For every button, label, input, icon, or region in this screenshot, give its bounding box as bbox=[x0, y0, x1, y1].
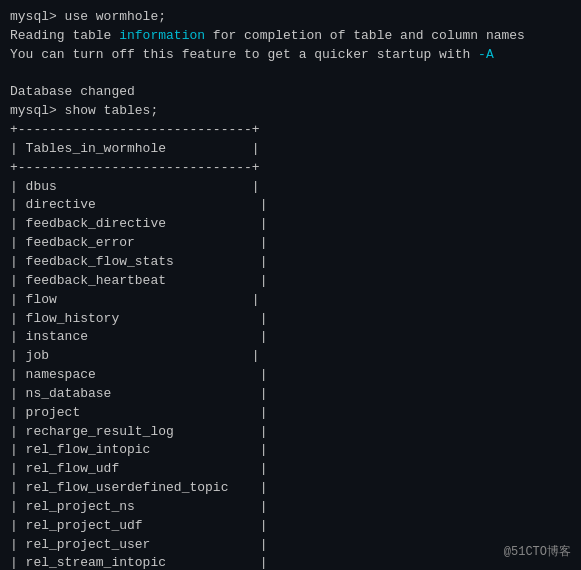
terminal-window: mysql> use wormhole;Reading table inform… bbox=[10, 8, 571, 570]
terminal-line: | feedback_heartbeat | bbox=[10, 272, 571, 291]
terminal-line: | feedback_flow_stats | bbox=[10, 253, 571, 272]
terminal-line: Database changed bbox=[10, 83, 571, 102]
terminal-line: | instance | bbox=[10, 328, 571, 347]
terminal-line: | rel_stream_intopic | bbox=[10, 554, 571, 570]
terminal-line: | project | bbox=[10, 404, 571, 423]
terminal-line: mysql> show tables; bbox=[10, 102, 571, 121]
terminal-line: | rel_flow_udf | bbox=[10, 460, 571, 479]
terminal-line: | flow | bbox=[10, 291, 571, 310]
terminal-line: | rel_project_user | bbox=[10, 536, 571, 555]
terminal-line: | Tables_in_wormhole | bbox=[10, 140, 571, 159]
terminal-line: | ns_database | bbox=[10, 385, 571, 404]
terminal-line bbox=[10, 65, 571, 84]
terminal-line: | rel_project_udf | bbox=[10, 517, 571, 536]
terminal-line: You can turn off this feature to get a q… bbox=[10, 46, 571, 65]
terminal-line: | flow_history | bbox=[10, 310, 571, 329]
watermark: @51CTO博客 bbox=[504, 543, 571, 560]
terminal-line: | rel_flow_intopic | bbox=[10, 441, 571, 460]
terminal-line: | directive | bbox=[10, 196, 571, 215]
terminal-line: | dbus | bbox=[10, 178, 571, 197]
terminal-line: | namespace | bbox=[10, 366, 571, 385]
terminal-line: | recharge_result_log | bbox=[10, 423, 571, 442]
terminal-output: mysql> use wormhole;Reading table inform… bbox=[10, 8, 571, 570]
terminal-line: Reading table information for completion… bbox=[10, 27, 571, 46]
terminal-line: +------------------------------+ bbox=[10, 159, 571, 178]
terminal-line: mysql> use wormhole; bbox=[10, 8, 571, 27]
terminal-line: | job | bbox=[10, 347, 571, 366]
terminal-line: | rel_project_ns | bbox=[10, 498, 571, 517]
terminal-line: | feedback_error | bbox=[10, 234, 571, 253]
terminal-line: | feedback_directive | bbox=[10, 215, 571, 234]
terminal-line: | rel_flow_userdefined_topic | bbox=[10, 479, 571, 498]
terminal-line: +------------------------------+ bbox=[10, 121, 571, 140]
